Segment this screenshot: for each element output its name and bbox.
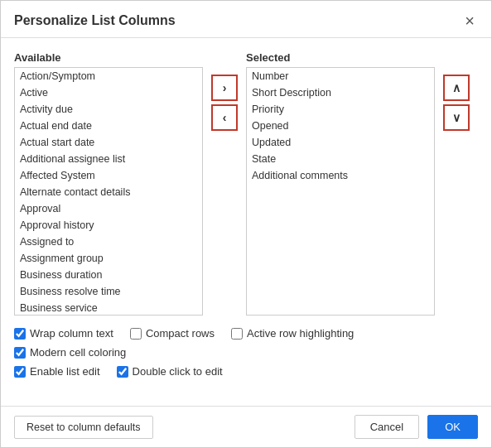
available-list-item[interactable]: Approval — [15, 200, 202, 217]
dialog-body: Available Action/SymptomActiveActivity d… — [1, 38, 491, 406]
active-row-highlighting-label: Active row highlighting — [247, 327, 354, 340]
available-list-item[interactable]: Approval history — [15, 217, 202, 234]
options-area: Wrap column text Compact rows Active row… — [14, 327, 478, 378]
enable-list-edit-checkbox[interactable]: Enable list edit — [14, 365, 100, 378]
selected-section: Selected NumberShort DescriptionPriority… — [246, 51, 435, 316]
columns-area: Available Action/SymptomActiveActivity d… — [14, 51, 478, 316]
available-list-item[interactable]: Active — [15, 84, 202, 101]
available-list-item[interactable]: Business service — [15, 300, 202, 316]
available-list-item[interactable]: Business duration — [15, 267, 202, 283]
available-list-item[interactable]: Assignment group — [15, 250, 202, 267]
ok-button[interactable]: OK — [427, 415, 478, 439]
move-up-button[interactable]: ∧ — [443, 75, 470, 101]
available-list-item[interactable]: Additional assignee list — [15, 151, 202, 167]
active-row-highlighting-checkbox[interactable]: Active row highlighting — [231, 327, 354, 340]
available-list-item[interactable]: Business resolve time — [15, 283, 202, 300]
selected-label: Selected — [246, 51, 435, 64]
modern-cell-coloring-checkbox[interactable]: Modern cell coloring — [14, 346, 126, 359]
dialog-footer: Reset to column defaults Cancel OK — [1, 406, 491, 447]
selected-list-item[interactable]: Opened — [247, 118, 434, 134]
selected-list-item[interactable]: Updated — [247, 134, 434, 151]
available-list-item[interactable]: Assigned to — [15, 234, 202, 250]
compact-rows-checkbox[interactable]: Compact rows — [130, 327, 215, 340]
available-list[interactable]: Action/SymptomActiveActivity dueActual e… — [14, 67, 203, 316]
selected-list-item[interactable]: Number — [247, 68, 434, 84]
wrap-column-text-checkbox[interactable]: Wrap column text — [14, 327, 113, 340]
dialog-header: Personalize List Columns × — [1, 1, 491, 38]
available-list-item[interactable]: Alternate contact details — [15, 184, 202, 200]
enable-list-edit-label: Enable list edit — [30, 365, 100, 378]
available-list-item[interactable]: Actual end date — [15, 118, 202, 134]
available-section: Available Action/SymptomActiveActivity d… — [14, 51, 203, 316]
available-list-item[interactable]: Action/Symptom — [15, 68, 202, 84]
double-click-to-edit-checkbox[interactable]: Double click to edit — [117, 365, 223, 378]
available-label: Available — [14, 51, 203, 64]
move-right-button[interactable]: › — [211, 75, 238, 101]
personalize-list-columns-dialog: Personalize List Columns × Available Act… — [0, 0, 492, 448]
modern-cell-coloring-label: Modern cell coloring — [30, 346, 126, 359]
selected-list-item[interactable]: Short Description — [247, 84, 434, 101]
selected-list[interactable]: NumberShort DescriptionPriorityOpenedUpd… — [246, 67, 435, 316]
wrap-column-text-label: Wrap column text — [30, 327, 113, 340]
double-click-to-edit-label: Double click to edit — [133, 365, 223, 378]
available-list-item[interactable]: Affected System — [15, 167, 202, 184]
compact-rows-label: Compact rows — [146, 327, 215, 340]
selected-list-item[interactable]: State — [247, 151, 434, 167]
selected-list-item[interactable]: Additional comments — [247, 167, 434, 184]
move-down-button[interactable]: ∨ — [443, 104, 470, 131]
selected-list-item[interactable]: Priority — [247, 101, 434, 118]
options-row-1: Wrap column text Compact rows Active row… — [14, 327, 478, 340]
close-button[interactable]: × — [461, 12, 478, 29]
available-list-item[interactable]: Actual start date — [15, 134, 202, 151]
reorder-buttons-group: ∧ ∨ — [435, 75, 478, 131]
move-left-button[interactable]: ‹ — [211, 104, 238, 131]
footer-right: Cancel OK — [355, 415, 478, 439]
reset-to-defaults-button[interactable]: Reset to column defaults — [14, 416, 153, 439]
cancel-button[interactable]: Cancel — [355, 415, 419, 439]
available-list-item[interactable]: Activity due — [15, 101, 202, 118]
options-row-3: Enable list edit Double click to edit — [14, 365, 478, 378]
dialog-title: Personalize List Columns — [14, 13, 176, 28]
transfer-buttons-group: › ‹ — [203, 75, 246, 131]
options-row-2: Modern cell coloring — [14, 346, 478, 359]
